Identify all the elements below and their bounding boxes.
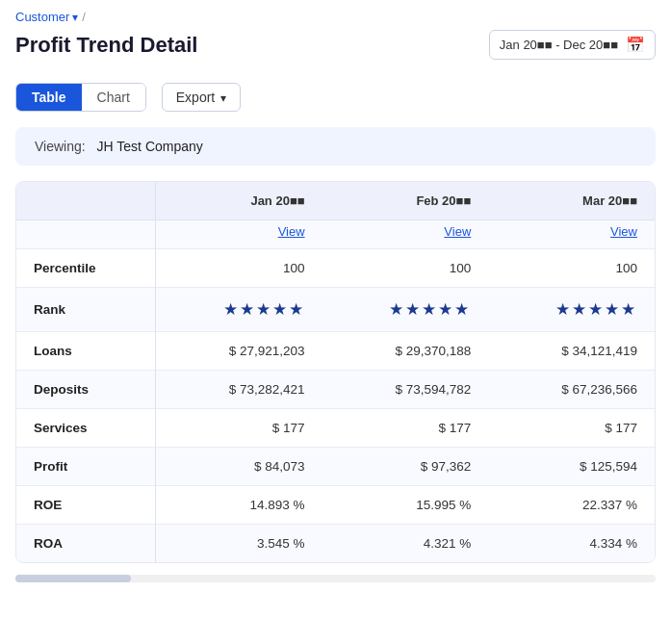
tab-chart[interactable]: Chart bbox=[82, 84, 145, 111]
cell-feb: $ 29,370,188 bbox=[323, 332, 489, 371]
table-row: Percentile100100100 bbox=[16, 249, 655, 288]
cell-jan: 14.893 % bbox=[155, 486, 322, 525]
cell-feb: $ 73,594,782 bbox=[323, 371, 489, 409]
view-links-row: View View View bbox=[16, 220, 655, 249]
star-rating: ★★★★★ bbox=[555, 300, 637, 319]
cell-jan: $ 27,921,203 bbox=[155, 332, 322, 371]
date-range-text: Jan 20■■ - Dec 20■■ bbox=[500, 38, 618, 52]
breadcrumb-customer-label: Customer bbox=[15, 10, 69, 24]
breadcrumb-separator: / bbox=[82, 10, 86, 24]
viewing-label: Viewing: bbox=[35, 139, 86, 154]
cell-jan: ★★★★★ bbox=[155, 288, 322, 332]
calendar-icon: 📅 bbox=[626, 36, 645, 54]
data-table-wrapper: Jan 20■■ Feb 20■■ Mar 20■■ View View Vie… bbox=[15, 181, 656, 563]
star-rating: ★★★★★ bbox=[389, 300, 471, 319]
breadcrumb: Customer / bbox=[0, 0, 671, 28]
cell-feb: 4.321 % bbox=[323, 525, 489, 563]
view-link-mar[interactable]: View bbox=[488, 220, 655, 249]
table-row: Services$ 177$ 177$ 177 bbox=[16, 409, 655, 448]
scrollbar-thumb[interactable] bbox=[15, 575, 131, 582]
export-chevron-icon bbox=[220, 90, 226, 105]
breadcrumb-customer[interactable]: Customer bbox=[15, 10, 78, 24]
col-header-feb: Feb 20■■ bbox=[323, 182, 489, 220]
row-label: Profit bbox=[16, 448, 155, 486]
table-row: Deposits$ 73,282,421$ 73,594,782$ 67,236… bbox=[16, 371, 655, 409]
date-range-button[interactable]: Jan 20■■ - Dec 20■■ 📅 bbox=[489, 30, 656, 60]
view-link-jan[interactable]: View bbox=[155, 220, 322, 249]
cell-feb: $ 97,362 bbox=[323, 448, 489, 486]
cell-mar: $ 125,594 bbox=[488, 448, 655, 486]
cell-jan: $ 177 bbox=[155, 409, 322, 448]
cell-mar: ★★★★★ bbox=[488, 288, 655, 332]
table-header-row: Jan 20■■ Feb 20■■ Mar 20■■ bbox=[16, 182, 655, 220]
table-row: Profit$ 84,073$ 97,362$ 125,594 bbox=[16, 448, 655, 486]
table-row: Rank★★★★★★★★★★★★★★★ bbox=[16, 288, 655, 332]
customer-dropdown-icon[interactable] bbox=[72, 10, 78, 24]
tab-table[interactable]: Table bbox=[16, 84, 82, 111]
cell-mar: $ 67,236,566 bbox=[488, 371, 655, 409]
col-header-mar: Mar 20■■ bbox=[488, 182, 655, 220]
cell-feb: ★★★★★ bbox=[323, 288, 489, 332]
page-header: Profit Trend Detail Jan 20■■ - Dec 20■■ … bbox=[0, 28, 671, 75]
cell-mar: 100 bbox=[488, 249, 655, 288]
row-label: Deposits bbox=[16, 371, 155, 409]
profit-trend-table: Jan 20■■ Feb 20■■ Mar 20■■ View View Vie… bbox=[16, 182, 655, 562]
cell-feb: 15.995 % bbox=[323, 486, 489, 525]
horizontal-scrollbar[interactable] bbox=[15, 575, 656, 582]
cell-jan: $ 84,073 bbox=[155, 448, 322, 486]
view-row-label bbox=[16, 220, 155, 249]
viewing-bar: Viewing: JH Test Company bbox=[15, 127, 656, 166]
row-label: Services bbox=[16, 409, 155, 448]
cell-jan: 100 bbox=[155, 249, 322, 288]
row-label: Percentile bbox=[16, 249, 155, 288]
cell-mar: $ 34,121,419 bbox=[488, 332, 655, 371]
export-button[interactable]: Export bbox=[162, 83, 241, 112]
viewing-company: JH Test Company bbox=[97, 139, 203, 154]
col-header-jan: Jan 20■■ bbox=[155, 182, 322, 220]
cell-feb: $ 177 bbox=[323, 409, 489, 448]
row-label: ROA bbox=[16, 525, 155, 563]
table-row: ROA3.545 %4.321 %4.334 % bbox=[16, 525, 655, 563]
star-rating: ★★★★★ bbox=[223, 300, 305, 319]
cell-mar: 22.337 % bbox=[488, 486, 655, 525]
cell-mar: 4.334 % bbox=[488, 525, 655, 563]
view-link-feb[interactable]: View bbox=[323, 220, 489, 249]
col-header-name bbox=[16, 182, 155, 220]
cell-feb: 100 bbox=[323, 249, 489, 288]
row-label: ROE bbox=[16, 486, 155, 525]
row-label: Loans bbox=[16, 332, 155, 371]
page-title: Profit Trend Detail bbox=[15, 33, 197, 58]
table-row: Loans$ 27,921,203$ 29,370,188$ 34,121,41… bbox=[16, 332, 655, 371]
tab-group: Table Chart bbox=[15, 83, 146, 112]
row-label: Rank bbox=[16, 288, 155, 332]
cell-jan: 3.545 % bbox=[155, 525, 322, 563]
cell-jan: $ 73,282,421 bbox=[155, 371, 322, 409]
table-row: ROE14.893 %15.995 %22.337 % bbox=[16, 486, 655, 525]
toolbar: Table Chart Export bbox=[0, 75, 671, 119]
export-label: Export bbox=[176, 90, 215, 105]
cell-mar: $ 177 bbox=[488, 409, 655, 448]
